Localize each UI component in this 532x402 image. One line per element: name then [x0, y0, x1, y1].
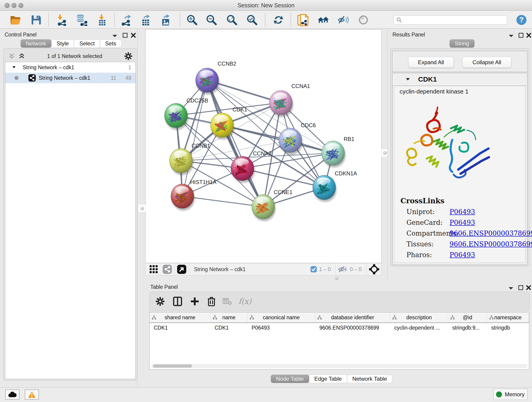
hide-selected-button[interactable]	[337, 14, 349, 26]
table-cell[interactable]: stringdb:9...	[448, 325, 487, 331]
delete-column-icon[interactable]	[207, 297, 215, 306]
network-node-CDKN1A[interactable]: CDKN1A	[313, 170, 357, 202]
string-network-graph[interactable]: CCNB2CCNA1CDC25BCDK1CDC6RB1CCNB1CCNA2CDK…	[146, 30, 381, 263]
cloud-status-button[interactable]	[5, 389, 19, 400]
collapse-panel-icon[interactable]	[508, 34, 514, 38]
tab-network-table[interactable]: Network Table	[347, 375, 393, 383]
import-network-database-button[interactable]	[75, 14, 87, 26]
node-table[interactable]: shared namenamecanonical namedatabase id…	[149, 312, 529, 370]
birdseye-grid-icon[interactable]	[149, 265, 158, 274]
show-all-nodes-button[interactable]	[317, 14, 329, 26]
tree-expand-icon[interactable]	[12, 66, 16, 69]
zoom-out-button[interactable]	[206, 14, 217, 26]
zoom-selected-button[interactable]	[246, 14, 258, 26]
import-table-button[interactable]	[96, 14, 108, 26]
tab-style[interactable]: Style	[51, 39, 74, 48]
collapse-protein-icon[interactable]	[406, 78, 410, 81]
float-panel-icon[interactable]	[122, 32, 128, 38]
network-node-CCNA1[interactable]: CCNA1	[269, 83, 310, 117]
import-network-file-button[interactable]	[56, 14, 68, 26]
network-node-CDC6[interactable]: CDC6	[279, 122, 316, 155]
save-session-button[interactable]	[30, 14, 42, 26]
search-input[interactable]	[402, 17, 501, 23]
protein-card-header[interactable]: CDK1	[393, 73, 527, 86]
collapse-panel-icon[interactable]	[508, 287, 514, 290]
export-image-button[interactable]	[160, 14, 172, 26]
tab-select[interactable]: Select	[74, 39, 100, 48]
column-header-canonical-name[interactable]: canonical name	[247, 313, 315, 322]
collapse-all-networks-icon[interactable]	[8, 53, 15, 59]
selected-checkbox-icon[interactable]	[310, 266, 317, 273]
column-header-namespace[interactable]: namespace	[487, 313, 529, 322]
table-row[interactable]: CDK1CDK1P064939606.ENSP00000378699cyclin…	[150, 323, 529, 332]
zoom-in-button[interactable]	[186, 14, 198, 26]
table-cell[interactable]: CDK1	[210, 325, 247, 331]
open-session-button[interactable]	[10, 14, 22, 26]
node-label-CDK1: CDK1	[233, 106, 247, 113]
float-panel-icon[interactable]	[518, 285, 524, 290]
left-splitter-handle[interactable]	[138, 204, 146, 212]
crosslink-link[interactable]: P06493	[450, 208, 475, 216]
table-cell[interactable]: stringdb	[487, 325, 529, 331]
add-column-icon[interactable]	[190, 297, 199, 306]
table-horizontal-scrollbar[interactable]	[151, 364, 527, 368]
close-panel-icon[interactable]	[526, 285, 531, 290]
export-network-button[interactable]	[120, 14, 133, 26]
network-node-CCNB2[interactable]: CCNB2	[196, 61, 236, 95]
column-header-shared-name[interactable]: shared name	[150, 313, 210, 322]
network-edge[interactable]	[222, 125, 333, 153]
expand-all-button[interactable]: Expand All	[408, 57, 454, 68]
right-splitter-handle[interactable]	[381, 149, 388, 157]
crosslink-link[interactable]: P06493	[450, 251, 475, 259]
table-cell[interactable]: cyclin-dependent ...	[390, 325, 448, 331]
network-edge[interactable]	[207, 80, 263, 207]
bottom-splitter-handle[interactable]	[335, 276, 338, 280]
show-columns-icon[interactable]	[173, 297, 182, 306]
network-collection-row[interactable]: String Network – cdk1 1	[5, 62, 135, 73]
network-options-gear-icon[interactable]	[124, 52, 133, 60]
navigator-crosshair-icon[interactable]	[369, 264, 380, 275]
search-box[interactable]	[394, 15, 507, 25]
zoom-fit-button[interactable]	[226, 14, 238, 26]
crosslink-link[interactable]: 9606.ENSP00000378699	[450, 240, 532, 248]
network-canvas[interactable]: CCNB2CCNA1CDC25BCDK1CDC6RB1CCNB1CCNA2CDK…	[145, 29, 382, 263]
crosslink-link[interactable]: P06493	[450, 219, 475, 226]
network-node-CDC25B[interactable]: CDC25B	[165, 97, 208, 130]
tab-node-table[interactable]: Node Table	[271, 375, 309, 383]
network-node-CDK1[interactable]: CDK1	[210, 106, 247, 140]
tab-network[interactable]: Network	[21, 39, 51, 48]
column-header-name[interactable]: name	[210, 313, 247, 322]
warnings-button[interactable]	[25, 389, 39, 400]
float-panel-icon[interactable]	[518, 32, 524, 38]
table-options-gear-icon[interactable]	[156, 297, 165, 306]
crosslink-link[interactable]: 9606.ENSP00000378699	[450, 230, 532, 237]
string-style-toggle-icon[interactable]	[162, 264, 172, 274]
column-header-description[interactable]: description	[390, 313, 448, 322]
expand-all-networks-icon[interactable]	[18, 53, 25, 59]
close-panel-icon[interactable]	[526, 32, 532, 38]
network-node-RB1[interactable]: RB1	[322, 136, 355, 167]
tab-string[interactable]: String	[450, 39, 475, 48]
network-node-HIST1H1A[interactable]: HIST1H1A	[171, 179, 216, 211]
table-scrollbar-thumb[interactable]	[153, 364, 192, 368]
tab-edge-table[interactable]: Edge Table	[309, 375, 347, 383]
network-from-clipboard-button[interactable]	[297, 14, 309, 26]
collapse-all-button[interactable]: Collapse All	[462, 57, 511, 68]
network-node-CCNB1[interactable]: CCNB1	[170, 143, 210, 175]
table-cell[interactable]: P06493	[247, 325, 315, 331]
close-panel-icon[interactable]	[131, 32, 136, 38]
column-header-database-identifier[interactable]: database identifier	[315, 313, 390, 322]
open-in-new-icon[interactable]	[177, 264, 186, 274]
network-row-selected[interactable]: String Network – cdk1 11 48	[5, 73, 135, 83]
table-cell[interactable]: 9606.ENSP00000378699	[315, 325, 390, 331]
search-icon	[396, 17, 402, 23]
table-cell[interactable]: CDK1	[150, 325, 210, 331]
refresh-button[interactable]	[272, 14, 284, 26]
export-table-button[interactable]	[140, 14, 152, 26]
column-header-@id[interactable]: @id	[448, 313, 487, 322]
level-of-detail-button[interactable]	[357, 14, 369, 26]
memory-button[interactable]: Memory	[493, 389, 527, 400]
collapse-panel-icon[interactable]	[112, 34, 118, 38]
help-button[interactable]: ?	[515, 14, 527, 26]
tab-sets[interactable]: Sets	[100, 39, 121, 48]
